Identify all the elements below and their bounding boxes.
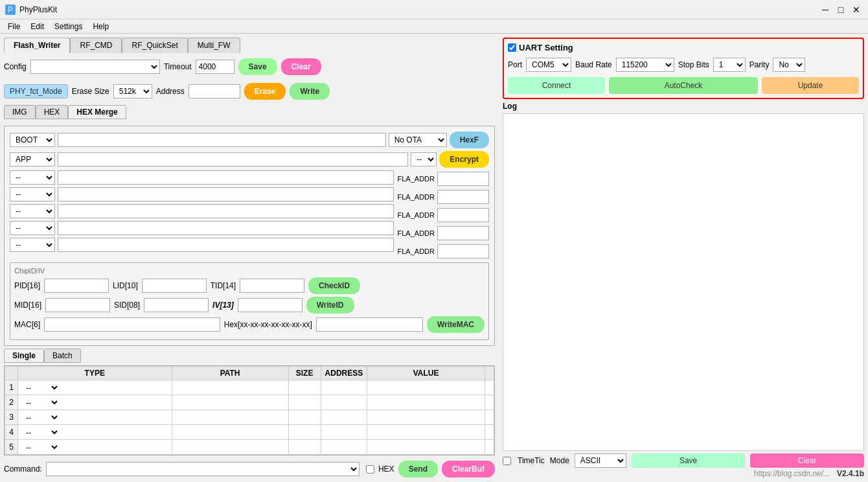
lid-input[interactable] <box>142 279 207 293</box>
sub-tab-img[interactable]: IMG <box>4 105 36 119</box>
version-bar: https://blog.csdn.ne/... V2.4.1b <box>503 468 864 478</box>
config-select[interactable] <box>30 60 160 74</box>
log-clear-button[interactable]: Clear <box>750 453 864 468</box>
boot-type-select[interactable]: BOOT APP -- <box>10 133 55 147</box>
row-type-1[interactable]: -- <box>18 380 172 395</box>
erase-button[interactable]: Erase <box>244 83 286 100</box>
row-type-5[interactable]: -- <box>18 440 172 455</box>
row-val-4 <box>367 425 485 440</box>
fla-label-3: FLA_ADDR <box>398 211 435 219</box>
timetick-checkbox[interactable] <box>503 457 511 465</box>
timeout-input[interactable] <box>196 60 234 74</box>
extra-type-2[interactable]: -- <box>10 187 55 201</box>
extra-path-4[interactable] <box>58 221 394 235</box>
title-bar: P PhyPlusKit ─ □ ✕ <box>0 0 868 19</box>
writemac-button[interactable]: WriteMAC <box>427 316 485 333</box>
fla-input-1[interactable] <box>437 172 489 186</box>
save-button[interactable]: Save <box>238 58 277 75</box>
autocheck-button[interactable]: AutoCheck <box>609 77 758 94</box>
sid-input[interactable] <box>144 298 209 312</box>
address-input[interactable] <box>188 84 240 98</box>
encrypt-button[interactable]: Encrypt <box>439 151 489 168</box>
minimize-button[interactable]: ─ <box>819 3 832 16</box>
port-select[interactable]: COM5 COM1 COM2 COM3 COM4 <box>526 58 571 72</box>
clearbuf-button[interactable]: ClearBuf <box>442 461 495 477</box>
menu-settings[interactable]: Settings <box>49 21 87 32</box>
mac-input[interactable] <box>44 317 220 332</box>
pid-input[interactable] <box>44 279 109 293</box>
fla-row-4: FLA_ADDR <box>398 226 489 240</box>
ota-select[interactable]: No OTA OTA <box>389 133 447 147</box>
command-input[interactable] <box>46 462 360 476</box>
send-button[interactable]: Send <box>398 461 438 477</box>
menu-file[interactable]: File <box>3 21 25 32</box>
connect-button[interactable]: Connect <box>508 77 605 94</box>
write-button[interactable]: Write <box>290 83 330 100</box>
row-type-4[interactable]: -- <box>18 425 172 440</box>
update-button[interactable]: Update <box>762 77 859 94</box>
app-type-select[interactable]: APP BOOT -- <box>10 152 55 166</box>
close-button[interactable]: ✕ <box>850 3 863 16</box>
fla-input-4[interactable] <box>437 226 489 240</box>
uart-enable-checkbox[interactable] <box>508 43 516 52</box>
hex-label: HEX <box>378 465 394 474</box>
maximize-button[interactable]: □ <box>834 3 847 16</box>
log-save-button[interactable]: Save <box>632 453 746 468</box>
hex-checkbox[interactable] <box>366 465 374 474</box>
extra-type-5[interactable]: -- <box>10 238 55 252</box>
erase-size-select[interactable]: 512k 256k 128k <box>113 84 152 98</box>
extra-path-2[interactable] <box>58 187 394 201</box>
boot-path-input[interactable] <box>58 133 386 147</box>
extra-type-4[interactable]: -- <box>10 221 55 235</box>
extra-path-5[interactable] <box>58 238 394 252</box>
app-path-input[interactable] <box>58 152 408 166</box>
tid-input[interactable] <box>240 279 304 293</box>
row-path-2 <box>172 395 288 410</box>
version-text: V2.4.1b <box>837 469 864 478</box>
stop-select[interactable]: 1 2 <box>713 58 746 72</box>
mode-label: Mode <box>550 456 569 465</box>
row-num-2: 2 <box>5 395 18 410</box>
encrypt-select[interactable]: -- <box>411 152 437 166</box>
tab-rf-quickset[interactable]: RF_QuickSet <box>122 38 187 53</box>
checkid-button[interactable]: CheckID <box>308 277 360 294</box>
iv-input[interactable] <box>238 298 303 312</box>
menu-edit[interactable]: Edit <box>25 21 49 32</box>
tab-multi-fw[interactable]: Multi_FW <box>188 38 240 53</box>
menu-help[interactable]: Help <box>87 21 114 32</box>
fla-input-5[interactable] <box>437 244 489 258</box>
col-address: ADDRESS <box>321 367 367 380</box>
extra-path-1[interactable] <box>58 170 394 185</box>
phy-mode-button[interactable]: PHY_fct_Mode <box>4 84 68 98</box>
iv-label: IV[13] <box>212 301 234 310</box>
tab-batch[interactable]: Batch <box>44 349 81 363</box>
mid-input[interactable] <box>45 298 110 312</box>
mode-select[interactable]: ASCII HEX <box>575 453 626 468</box>
tab-single[interactable]: Single <box>4 349 44 363</box>
sub-tab-hex[interactable]: HEX <box>36 105 69 119</box>
baud-select[interactable]: 115200 9600 19200 38400 57600 230400 <box>616 58 674 72</box>
extra-type-3[interactable]: -- <box>10 204 55 218</box>
fla-input-2[interactable] <box>437 190 489 204</box>
clear-button[interactable]: Clear <box>281 58 321 75</box>
tab-rf-cmd[interactable]: RF_CMD <box>70 38 122 53</box>
parity-select[interactable]: No Even Odd <box>773 58 805 72</box>
command-row: Command: HEX Send ClearBuf <box>4 458 495 480</box>
hexf-button[interactable]: HexF <box>450 132 489 148</box>
tab-flash-writer[interactable]: Flash_Writer <box>4 38 70 53</box>
writeid-button[interactable]: WriteID <box>306 297 354 314</box>
row-type-2[interactable]: -- <box>18 395 172 410</box>
row-size-2 <box>288 395 321 410</box>
row-addr-5 <box>321 440 367 455</box>
sub-tabs: IMG HEX HEX Merge <box>4 105 495 119</box>
main-container: Flash_Writer RF_CMD RF_QuickSet Multi_FW… <box>0 34 868 482</box>
extra-type-1[interactable]: -- <box>10 170 55 185</box>
extra-file-row-4: -- <box>10 221 394 235</box>
row-type-3[interactable]: -- <box>18 410 172 425</box>
sub-tab-hex-merge[interactable]: HEX Merge <box>68 105 126 119</box>
command-label: Command: <box>4 465 42 474</box>
fla-input-3[interactable] <box>437 208 489 222</box>
hex-mac-input[interactable] <box>316 317 423 332</box>
extra-path-3[interactable] <box>58 204 394 218</box>
uart-title-row: UART Setting <box>508 43 859 52</box>
